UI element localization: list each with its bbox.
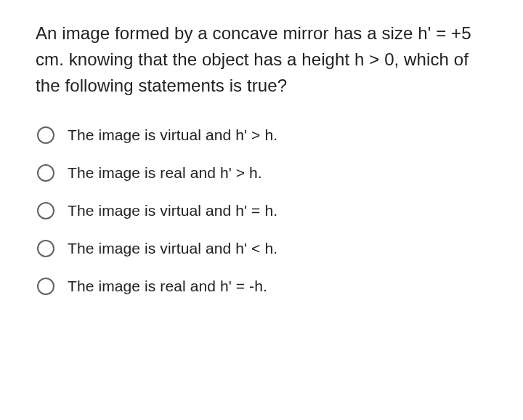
question-text: An image formed by a concave mirror has … xyxy=(36,20,494,99)
option-label: The image is virtual and h' > h. xyxy=(68,126,277,144)
option-4[interactable]: The image is virtual and h' < h. xyxy=(37,240,494,257)
option-3[interactable]: The image is virtual and h' = h. xyxy=(37,202,494,219)
radio-icon xyxy=(37,126,54,144)
option-1[interactable]: The image is virtual and h' > h. xyxy=(37,126,494,144)
radio-icon xyxy=(37,202,54,219)
radio-icon xyxy=(37,164,54,182)
option-label: The image is real and h' = -h. xyxy=(68,278,267,295)
radio-icon xyxy=(37,240,54,257)
option-label: The image is virtual and h' = h. xyxy=(68,202,277,219)
option-2[interactable]: The image is real and h' > h. xyxy=(37,164,494,182)
option-5[interactable]: The image is real and h' = -h. xyxy=(37,278,494,295)
option-label: The image is virtual and h' < h. xyxy=(68,240,277,257)
radio-icon xyxy=(37,278,54,295)
options-list: The image is virtual and h' > h. The ima… xyxy=(36,126,494,295)
option-label: The image is real and h' > h. xyxy=(68,164,262,182)
